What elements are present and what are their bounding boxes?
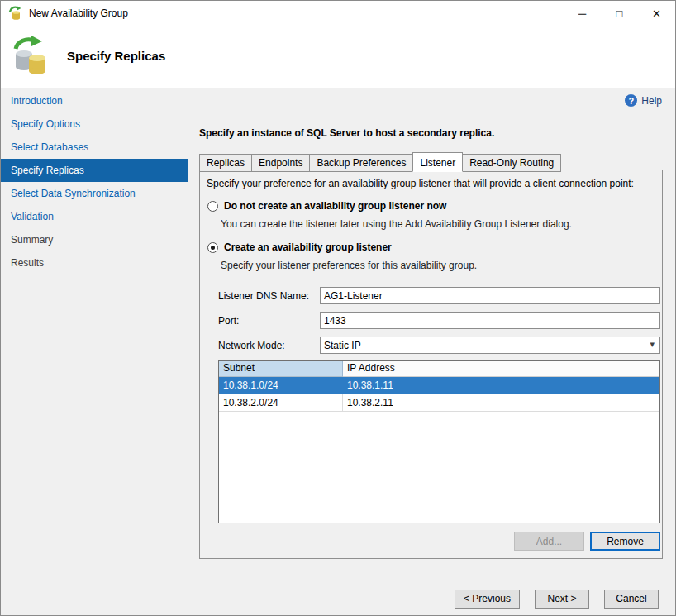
cell-subnet: 10.38.2.0/24	[219, 394, 343, 411]
table-row[interactable]: 10.38.1.0/24 10.38.1.11	[219, 377, 659, 394]
option-no-listener-label: Do not create an availability group list…	[224, 200, 446, 212]
network-mode-value: Static IP	[324, 340, 361, 351]
next-button[interactable]: Next >	[535, 590, 589, 609]
sidebar-item-summary: Summary	[1, 228, 188, 251]
wizard-header: Specify Replicas	[1, 26, 675, 88]
minimize-button[interactable]: ─	[564, 1, 601, 26]
wizard-steps-sidebar: Introduction Specify Options Select Data…	[1, 88, 188, 615]
cancel-button[interactable]: Cancel	[604, 590, 659, 609]
radio-option-create-listener[interactable]: Create an availability group listener	[207, 241, 392, 253]
cell-subnet: 10.38.1.0/24	[219, 377, 343, 394]
option-create-listener-description: Specify your listener preferences for th…	[221, 260, 477, 271]
cell-ip-address: 10.38.2.11	[343, 394, 659, 411]
window-title: New Availability Group	[29, 7, 128, 19]
sidebar-item-specify-options[interactable]: Specify Options	[1, 112, 188, 136]
sidebar-item-select-databases[interactable]: Select Databases	[1, 136, 188, 159]
chevron-down-icon: ▾	[650, 339, 655, 350]
radio-checked-icon[interactable]	[207, 242, 218, 253]
tab-backup-preferences[interactable]: Backup Preferences	[309, 154, 413, 172]
cell-ip-address: 10.38.1.11	[343, 377, 659, 394]
footer-button-bar: < Previous Next > Cancel	[188, 580, 675, 616]
replicas-database-icon	[9, 36, 52, 79]
subnet-table-buttons: Add... Remove	[514, 532, 660, 551]
add-button: Add...	[514, 532, 584, 551]
subnet-table-header: Subnet IP Address	[219, 361, 659, 377]
sidebar-item-select-data-synchronization[interactable]: Select Data Synchronization	[1, 182, 188, 205]
help-link[interactable]: ? Help	[625, 94, 662, 107]
listener-tab-panel: Specify your preference for an availabil…	[199, 170, 663, 559]
sidebar-item-specify-replicas[interactable]: Specify Replicas	[1, 159, 188, 182]
dns-name-label: Listener DNS Name:	[218, 290, 320, 302]
subnet-table: Subnet IP Address 10.38.1.0/24 10.38.1.1…	[218, 360, 660, 523]
network-mode-label: Network Mode:	[218, 340, 320, 351]
app-icon	[8, 6, 23, 21]
tab-replicas[interactable]: Replicas	[199, 154, 252, 172]
column-header-subnet[interactable]: Subnet	[219, 361, 343, 377]
dns-name-input[interactable]	[320, 287, 660, 304]
help-label: Help	[641, 95, 662, 107]
sidebar-item-results: Results	[1, 251, 188, 275]
titlebar: New Availability Group ─ □ ✕	[1, 1, 675, 26]
remove-button[interactable]: Remove	[590, 532, 660, 551]
radio-option-no-listener[interactable]: Do not create an availability group list…	[207, 200, 446, 212]
port-label: Port:	[218, 315, 320, 327]
page-title: Specify Replicas	[67, 49, 165, 63]
port-input[interactable]	[320, 312, 660, 329]
tab-strip: Replicas Endpoints Backup Preferences Li…	[199, 152, 560, 171]
sidebar-item-validation[interactable]: Validation	[1, 205, 188, 228]
close-button[interactable]: ✕	[638, 1, 675, 26]
tab-listener[interactable]: Listener	[412, 152, 463, 172]
network-mode-select[interactable]: Static IP ▾	[320, 337, 660, 354]
new-availability-group-window: New Availability Group ─ □ ✕ Specify Rep…	[0, 0, 676, 616]
tab-endpoints[interactable]: Endpoints	[251, 154, 310, 172]
dns-name-row: Listener DNS Name:	[218, 287, 660, 304]
listener-intro-text: Specify your preference for an availabil…	[207, 178, 655, 189]
window-controls: ─ □ ✕	[564, 1, 675, 26]
column-header-ip-address[interactable]: IP Address	[343, 361, 659, 377]
option-create-listener-label: Create an availability group listener	[224, 241, 392, 253]
instruction-text: Specify an instance of SQL Server to hos…	[199, 127, 494, 139]
table-row[interactable]: 10.38.2.0/24 10.38.2.11	[219, 394, 659, 412]
sidebar-item-introduction[interactable]: Introduction	[1, 89, 188, 112]
tab-read-only-routing[interactable]: Read-Only Routing	[462, 154, 561, 172]
port-row: Port:	[218, 312, 660, 329]
previous-button[interactable]: < Previous	[455, 590, 520, 609]
option-no-listener-description: You can create the listener later using …	[221, 218, 572, 230]
maximize-button[interactable]: □	[601, 1, 638, 26]
help-icon: ?	[625, 94, 637, 107]
radio-unchecked-icon[interactable]	[207, 201, 218, 212]
main-content: ? Help Specify an instance of SQL Server…	[188, 88, 675, 580]
network-mode-row: Network Mode: Static IP ▾	[218, 337, 660, 354]
